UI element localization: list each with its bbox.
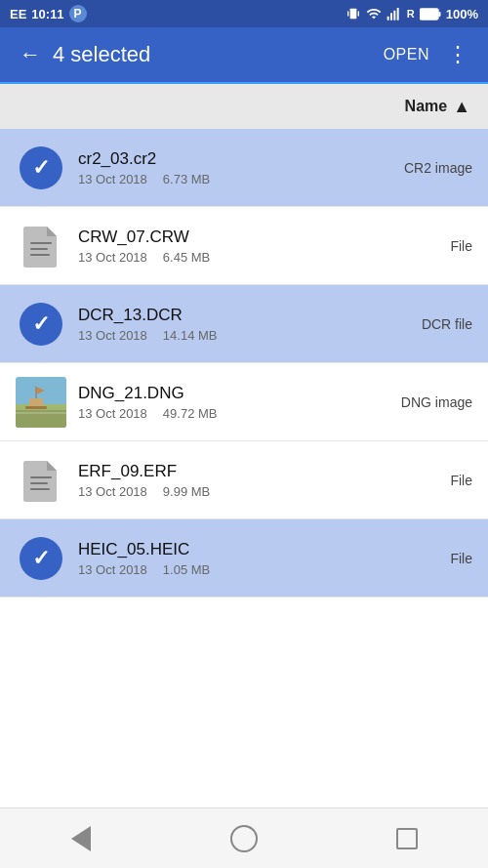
file-info: cr2_03.cr2 13 Oct 2018 6.73 MB [78,149,394,186]
toolbar-title: 4 selected [53,42,374,67]
svg-rect-19 [16,412,66,414]
file-meta: 13 Oct 2018 49.72 MB [78,406,394,421]
sort-label: Name [405,98,448,115]
file-type: File [394,238,472,254]
thumb-icon-wrap [16,377,66,428]
home-nav-icon [230,825,258,852]
more-options-button[interactable]: ⋮ [439,34,476,75]
file-name: ERF_09.ERF [78,462,394,481]
status-bar: EE 10:11 P R 100% [0,0,488,27]
svg-rect-10 [30,248,48,250]
roaming-indicator: R [407,8,415,20]
sort-bar[interactable]: Name ▲ [0,84,488,129]
list-item[interactable]: DCR_13.DCR 13 Oct 2018 14.14 MB DCR file [0,285,488,363]
file-name: DNG_21.DNG [78,384,394,403]
svg-rect-6 [396,8,398,21]
file-meta: 13 Oct 2018 6.45 MB [78,250,394,265]
file-meta: 13 Oct 2018 14.14 MB [78,328,394,343]
check-icon-wrap [16,533,66,584]
svg-rect-5 [393,11,395,21]
file-type: DCR file [394,316,472,332]
file-type: DNG image [394,394,472,410]
list-item[interactable]: ERF_09.ERF 13 Oct 2018 9.99 MB File [0,441,488,519]
file-name: HEIC_05.HEIC [78,540,394,559]
check-icon [20,537,62,580]
doc-icon [23,225,59,268]
battery-label: 100% [446,7,478,21]
back-button[interactable]: ← [12,34,49,75]
svg-rect-3 [386,17,388,21]
svg-rect-22 [30,488,50,490]
check-icon [20,303,62,346]
file-date: 13 Oct 2018 [78,250,147,265]
svg-rect-0 [349,9,356,20]
wifi-icon [366,6,382,21]
file-name: CRW_07.CRW [78,227,394,247]
list-item[interactable]: DNG_21.DNG 13 Oct 2018 49.72 MB DNG imag… [0,363,488,441]
file-name: cr2_03.cr2 [78,149,394,169]
svg-rect-1 [347,11,348,16]
file-name: DCR_13.DCR [78,306,394,325]
file-info: DCR_13.DCR 13 Oct 2018 14.14 MB [78,306,394,343]
file-type: File [394,551,472,566]
check-icon-wrap [16,143,66,193]
file-size: 14.14 MB [163,328,218,343]
bottom-nav [0,807,488,868]
svg-rect-4 [390,13,392,20]
svg-rect-2 [357,11,358,16]
doc-icon-wrap [16,221,66,271]
file-type: CR2 image [394,160,472,176]
file-size: 6.45 MB [163,250,210,265]
file-meta: 13 Oct 2018 9.99 MB [78,484,394,499]
list-item[interactable]: cr2_03.cr2 13 Oct 2018 6.73 MB CR2 image [0,129,488,207]
file-date: 13 Oct 2018 [78,172,147,186]
recent-nav-icon [396,828,418,849]
file-list: cr2_03.cr2 13 Oct 2018 6.73 MB CR2 image… [0,129,488,807]
open-button[interactable]: OPEN [374,38,439,71]
file-size: 9.99 MB [163,484,210,499]
status-left: EE 10:11 P [10,5,87,22]
svg-rect-7 [420,9,438,20]
back-nav-button[interactable] [52,819,110,858]
file-size: 49.72 MB [163,406,218,421]
vibrate-icon [346,6,361,21]
svg-rect-16 [25,406,47,409]
carrier-label: EE [10,7,26,21]
doc-icon-wrap [16,455,66,506]
check-icon-wrap [16,299,66,350]
recent-nav-button[interactable] [378,819,436,858]
svg-rect-9 [30,242,52,244]
svg-rect-8 [438,12,440,17]
battery-icon [420,8,441,21]
list-item[interactable]: HEIC_05.HEIC 13 Oct 2018 1.05 MB File [0,519,488,598]
svg-rect-21 [30,482,48,484]
file-date: 13 Oct 2018 [78,562,147,577]
time-label: 10:11 [31,7,63,21]
file-info: ERF_09.ERF 13 Oct 2018 9.99 MB [78,462,394,499]
svg-rect-20 [30,476,52,478]
status-right: R 100% [346,6,478,21]
file-type: File [394,473,472,488]
file-meta: 13 Oct 2018 6.73 MB [78,172,394,186]
file-meta: 13 Oct 2018 1.05 MB [78,562,394,577]
back-nav-icon [71,826,91,851]
home-nav-button[interactable] [215,819,273,858]
parking-icon: P [69,5,87,22]
file-size: 1.05 MB [163,562,210,577]
doc-icon [23,459,59,502]
file-info: CRW_07.CRW 13 Oct 2018 6.45 MB [78,227,394,265]
file-date: 13 Oct 2018 [78,328,147,343]
file-info: DNG_21.DNG 13 Oct 2018 49.72 MB [78,384,394,421]
signal-icon [386,6,402,21]
file-date: 13 Oct 2018 [78,484,147,499]
file-size: 6.73 MB [163,172,210,186]
svg-rect-11 [30,254,50,256]
file-date: 13 Oct 2018 [78,406,147,421]
sort-arrow-icon: ▲ [453,97,470,117]
list-item[interactable]: CRW_07.CRW 13 Oct 2018 6.45 MB File [0,207,488,285]
file-info: HEIC_05.HEIC 13 Oct 2018 1.05 MB [78,540,394,577]
thumbnail-icon [16,377,66,428]
toolbar: ← 4 selected OPEN ⋮ [0,27,488,84]
check-icon [20,146,62,189]
